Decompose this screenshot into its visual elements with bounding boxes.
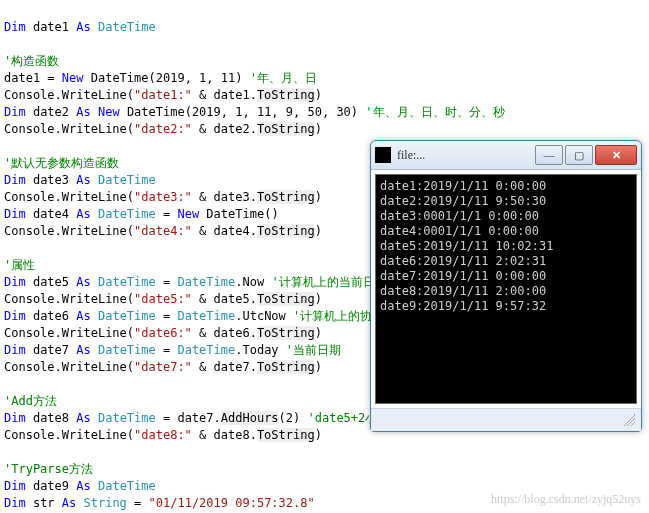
text: date7 (26, 343, 77, 357)
string: "date1:" (134, 88, 192, 102)
text: Console.WriteLine( (4, 190, 134, 204)
text: date6 (26, 309, 77, 323)
minimize-button[interactable]: — (535, 145, 563, 165)
kw: As (76, 173, 90, 187)
type: DateTime (177, 343, 235, 357)
console-line: date8:2019/1/11 2:00:00 (380, 284, 546, 298)
text: Console.WriteLine( (4, 326, 134, 340)
method: ToString (257, 292, 315, 306)
kw: Dim (4, 275, 26, 289)
string: "date5:" (134, 292, 192, 306)
method: ToString (257, 360, 315, 374)
type: DateTime (98, 411, 156, 425)
text: Console.WriteLine( (4, 428, 134, 442)
resize-grip-icon[interactable] (623, 414, 635, 426)
kw: As (76, 309, 90, 323)
window-buttons: — ▢ ✕ (535, 145, 637, 165)
text: DateTime(2019, 1, 11, 9, 50, 30) (127, 105, 365, 119)
method: AddHours (221, 411, 279, 425)
string: "date6:" (134, 326, 192, 340)
method: ToString (257, 224, 315, 238)
kw: Dim (4, 479, 26, 493)
text: & date3. (192, 190, 257, 204)
text: & date8. (192, 428, 257, 442)
text: & date1. (192, 88, 257, 102)
kw: As (76, 343, 90, 357)
text: ) (315, 292, 322, 306)
text: date2 (26, 105, 77, 119)
text: = date7. (156, 411, 221, 425)
text: = (156, 275, 178, 289)
comment: '构造函数 (4, 54, 59, 68)
titlebar[interactable]: file:... — ▢ ✕ (371, 141, 641, 170)
comment: '默认无参数构造函数 (4, 156, 119, 170)
kw: Dim (4, 105, 26, 119)
app-icon (375, 147, 391, 163)
text: ) (315, 428, 322, 442)
kw: New (62, 71, 84, 85)
text: ) (315, 326, 322, 340)
text: ) (315, 122, 322, 136)
comment: '年、月、日、时、分、秒 (365, 105, 504, 119)
text: = (156, 309, 178, 323)
console-line: date4:0001/1/1 0:00:00 (380, 224, 539, 238)
console-line: date2:2019/1/11 9:50:30 (380, 194, 546, 208)
kw: As (76, 105, 90, 119)
kw: Dim (4, 207, 26, 221)
text: = (156, 343, 178, 357)
type: DateTime (98, 343, 156, 357)
console-window[interactable]: file:... — ▢ ✕ date1:2019/1/11 0:00:00 d… (370, 140, 642, 432)
window-title: file:... (397, 148, 535, 163)
text: date3 (26, 173, 77, 187)
comment: '年、月、日 (250, 71, 317, 85)
console-line: date3:0001/1/1 0:00:00 (380, 209, 539, 223)
string: "date2:" (134, 122, 192, 136)
text: date1 = (4, 71, 62, 85)
kw: Dim (4, 309, 26, 323)
string: "01/11/2019 09:57:32.8" (149, 496, 315, 510)
method: ToString (257, 88, 315, 102)
method: ToString (257, 326, 315, 340)
kw: As (76, 479, 90, 493)
maximize-button[interactable]: ▢ (565, 145, 593, 165)
method: ToString (257, 428, 315, 442)
text: ) (315, 88, 322, 102)
kw: As (76, 275, 90, 289)
comment: '属性 (4, 258, 35, 272)
text: date1 (26, 20, 77, 34)
close-button[interactable]: ✕ (595, 145, 637, 165)
text: = (156, 207, 178, 221)
method: ToString (257, 122, 315, 136)
type: DateTime (98, 173, 156, 187)
text: ) (315, 224, 322, 238)
kw: Dim (4, 343, 26, 357)
type: DateTime (98, 20, 156, 34)
type: DateTime (98, 479, 156, 493)
prop: Now (242, 275, 264, 289)
text: str (26, 496, 62, 510)
text: date9 (26, 479, 77, 493)
console-line: date5:2019/1/11 10:02:31 (380, 239, 553, 253)
kw: Dim (4, 496, 26, 510)
comment: 'Add方法 (4, 394, 57, 408)
text: date4 (26, 207, 77, 221)
watermark: https://blog.csdn.net/zyjq52uys (491, 492, 641, 507)
kw: Dim (4, 173, 26, 187)
text: (2) (279, 411, 308, 425)
text: & date7. (192, 360, 257, 374)
text: Console.WriteLine( (4, 360, 134, 374)
text: ) (315, 360, 322, 374)
comment: 'TryParse方法 (4, 462, 93, 476)
text: & date6. (192, 326, 257, 340)
text: Console.WriteLine( (4, 88, 134, 102)
method: ToString (257, 190, 315, 204)
console-output[interactable]: date1:2019/1/11 0:00:00 date2:2019/1/11 … (375, 174, 637, 404)
kw: As (62, 496, 76, 510)
kw: New (177, 207, 199, 221)
prop: UtcNow (242, 309, 285, 323)
kw: As (76, 207, 90, 221)
console-line: date6:2019/1/11 2:02:31 (380, 254, 546, 268)
text: date5 (26, 275, 77, 289)
text: & date2. (192, 122, 257, 136)
kw: As (76, 20, 90, 34)
